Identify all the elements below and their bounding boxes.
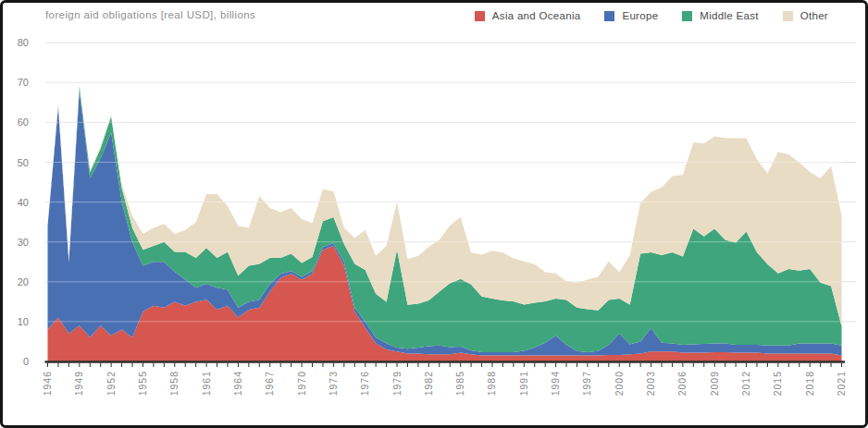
legend-swatch-europe — [604, 11, 614, 21]
chart-frame: 1946194919521955195819611964196719701973… — [0, 0, 868, 428]
x-label-1994: 1994 — [550, 371, 561, 396]
x-label-1955: 1955 — [137, 371, 148, 396]
x-label-2003: 2003 — [645, 371, 656, 396]
y-label-70: 70 — [18, 77, 29, 88]
stacked-area-chart: 1946194919521955195819611964196719701973… — [3, 3, 868, 428]
x-label-1982: 1982 — [423, 371, 434, 396]
x-label-2021: 2021 — [836, 371, 847, 396]
x-label-1970: 1970 — [296, 371, 307, 396]
legend-item-asia-and-oceania: Asia and Oceania — [475, 10, 581, 21]
legend-label-europe: Europe — [622, 10, 658, 21]
legend: Asia and OceaniaEuropeMiddle EastOther — [475, 10, 828, 21]
y-label-60: 60 — [18, 116, 29, 128]
legend-item-middle-east: Middle East — [682, 10, 758, 21]
x-label-1988: 1988 — [486, 371, 497, 396]
x-label-2000: 2000 — [614, 371, 625, 396]
legend-label-other: Other — [800, 10, 828, 21]
x-label-1985: 1985 — [454, 371, 465, 396]
legend-swatch-asia-and-oceania — [475, 11, 485, 21]
x-label-1979: 1979 — [391, 371, 403, 396]
legend-label-asia-and-oceania: Asia and Oceania — [492, 10, 581, 21]
x-label-1958: 1958 — [168, 371, 180, 396]
x-label-1991: 1991 — [518, 371, 529, 396]
x-label-1961: 1961 — [201, 371, 212, 396]
legend-item-other: Other — [783, 10, 828, 21]
x-label-2018: 2018 — [804, 371, 815, 396]
x-label-1952: 1952 — [105, 371, 117, 396]
y-label-30: 30 — [18, 237, 29, 248]
x-label-1964: 1964 — [232, 371, 243, 396]
x-label-1946: 1946 — [42, 371, 53, 396]
x-label-1976: 1976 — [359, 371, 370, 396]
y-label-80: 80 — [18, 37, 29, 48]
legend-swatch-middle-east — [682, 11, 692, 21]
x-label-2006: 2006 — [676, 371, 688, 396]
legend-item-europe: Europe — [604, 10, 658, 21]
x-label-2015: 2015 — [772, 371, 783, 396]
x-label-2009: 2009 — [709, 371, 720, 396]
legend-swatch-other — [783, 11, 793, 21]
x-label-1973: 1973 — [328, 371, 339, 396]
y-label-40: 40 — [18, 197, 29, 208]
x-label-2012: 2012 — [740, 371, 751, 396]
x-label-1949: 1949 — [73, 371, 84, 396]
x-label-1997: 1997 — [581, 371, 592, 396]
y-label-50: 50 — [18, 157, 29, 168]
y-label-0: 0 — [23, 356, 29, 367]
y-label-10: 10 — [18, 316, 29, 327]
chart-title: foreign aid obligations [real USD], bill… — [45, 9, 255, 20]
x-label-1967: 1967 — [264, 371, 275, 396]
legend-label-middle-east: Middle East — [700, 10, 758, 21]
y-label-20: 20 — [18, 276, 29, 287]
